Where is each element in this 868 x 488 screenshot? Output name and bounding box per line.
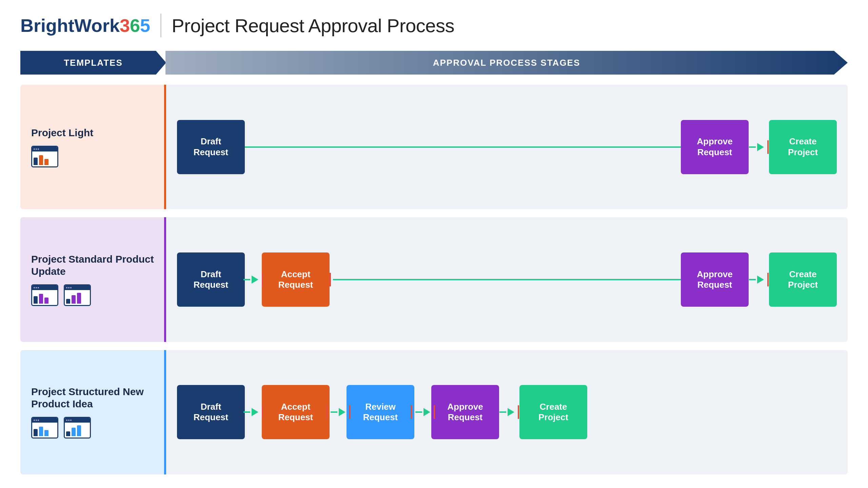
connector-structured-4	[499, 405, 519, 419]
logo-6: 6	[130, 15, 140, 36]
template-panel-light: Project Light	[20, 85, 166, 209]
connector-light-1	[245, 146, 681, 148]
stage-approve-light: Approve Request	[681, 120, 749, 174]
template-icon-standard-2	[64, 284, 91, 306]
stage-draft-structured: Draft Request	[177, 385, 245, 439]
stage-create-standard: Create Project	[769, 252, 837, 307]
template-icon-structured-2	[64, 417, 91, 439]
templates-column-header: TEMPLATES	[20, 51, 166, 75]
stages-panel-light: Draft Request Approve Request Create Pro…	[166, 85, 848, 209]
header: BrightWork 3 6 5 Project Request Approva…	[20, 14, 848, 37]
stages-column-header: APPROVAL PROCESS STAGES	[165, 51, 848, 75]
template-name-light: Project Light	[31, 127, 155, 139]
template-name-structured: Project Structured New Product Idea	[31, 386, 155, 410]
connector-light-2	[749, 140, 769, 154]
stage-approve-structured: Approve Request	[431, 385, 499, 439]
template-panel-structured: Project Structured New Product Idea	[20, 350, 166, 474]
stage-review-structured: Review Request	[347, 385, 414, 439]
template-icons-standard	[31, 284, 155, 306]
logo-brightwork: BrightWork	[20, 15, 120, 36]
template-panel-standard: Project Standard Product Update	[20, 217, 166, 342]
stages-panel-structured: Draft Request Accept Request Review Requ…	[166, 350, 848, 474]
stage-create-light: Create Project	[769, 120, 837, 174]
template-icons-structured	[31, 417, 155, 439]
connector-standard-1	[245, 273, 262, 286]
stage-create-structured: Create Project	[519, 385, 587, 439]
row-project-light: Project Light Draft Request	[20, 85, 848, 209]
row-project-structured: Project Structured New Product Idea	[20, 350, 848, 474]
logo-3: 3	[120, 15, 130, 36]
connector-structured-2	[330, 405, 347, 419]
row-project-standard: Project Standard Product Update	[20, 217, 848, 342]
template-icon-structured-1	[31, 417, 58, 439]
stage-accept-structured: Accept Request	[262, 385, 330, 439]
column-headers: TEMPLATES APPROVAL PROCESS STAGES	[20, 51, 848, 75]
template-icons-light	[31, 146, 155, 167]
template-icon-standard-1	[31, 284, 58, 306]
process-rows: Project Light Draft Request	[20, 85, 848, 474]
connector-structured-1	[245, 405, 262, 419]
connector-standard-3	[749, 273, 769, 286]
stage-approve-standard: Approve Request	[681, 252, 749, 307]
header-divider	[160, 14, 161, 37]
template-icon-light-1	[31, 146, 58, 167]
stage-draft-standard: Draft Request	[177, 252, 245, 307]
template-name-standard: Project Standard Product Update	[31, 253, 155, 278]
stages-panel-standard: Draft Request Accept Request Approve Req…	[166, 217, 848, 342]
connector-standard-2	[330, 273, 681, 286]
connector-structured-3	[414, 405, 431, 419]
logo-5: 5	[140, 15, 150, 36]
stage-accept-standard: Accept Request	[262, 252, 330, 307]
stage-draft-light: Draft Request	[177, 120, 245, 174]
logo: BrightWork 3 6 5	[20, 15, 150, 36]
page-title: Project Request Approval Process	[172, 15, 454, 37]
